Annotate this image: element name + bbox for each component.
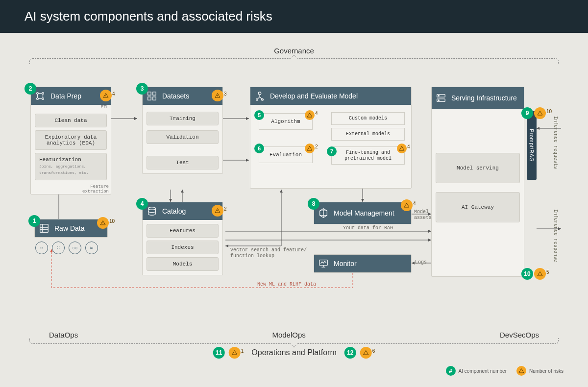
card-data-prep-head: Data Prep [31, 87, 111, 105]
card-monitor-title: Monitor [334, 260, 357, 267]
card-monitor: Monitor [314, 254, 412, 273]
pill-models: Models [147, 257, 219, 271]
catalog-icon [147, 206, 157, 217]
mini-external-models: External models [331, 128, 405, 141]
governance-bracket [29, 58, 559, 64]
card-develop-head: Develop and Evaluate Model [250, 87, 411, 105]
svg-point-6 [37, 93, 39, 95]
svg-point-15 [106, 97, 106, 97]
badge-component-12: 12 [344, 347, 356, 359]
pill-indexes: Indexes [147, 241, 219, 254]
governance-label: Governance [274, 47, 314, 55]
raw-data-icon [39, 223, 49, 234]
pill-training: Training [147, 112, 219, 125]
pill-validation: Validation [147, 130, 219, 144]
legend-risks: Number of risks [516, 366, 564, 376]
source-icon-4: ≋ [85, 242, 98, 254]
svg-point-8 [37, 98, 39, 100]
badge-component-3: 3 [136, 83, 148, 95]
card-datasets-title: Datasets [162, 92, 189, 100]
badge-component-2: 2 [24, 83, 36, 95]
svg-point-37 [439, 100, 440, 101]
pill-test: Test [147, 156, 219, 169]
pill-eda: Exploratory data analytics (EDA) [35, 130, 107, 150]
card-catalog: Catalog Features Indexes Models [142, 202, 223, 275]
badge-component-4: 4 [136, 198, 148, 210]
card-raw-data-title: Raw Data [54, 224, 84, 232]
badge-risk-catalog: 2 [212, 205, 227, 217]
badge-risk-prompt-rag: 10 [534, 107, 552, 119]
card-model-mgmt-title: Model Management [334, 209, 394, 217]
badge-component-7: 7 [327, 146, 337, 156]
card-raw-data-head: Raw Data [35, 219, 107, 237]
data-prep-icon [35, 91, 46, 101]
svg-point-22 [148, 207, 156, 210]
card-serving: Serving Infrastructure Model serving AI … [431, 87, 524, 277]
pill-ai-gateway: AI Gateway [436, 192, 520, 222]
serving-icon [436, 93, 446, 103]
develop-icon [254, 91, 265, 101]
label-inference-requests: Inference requests [553, 116, 558, 169]
mini-finetune: Fine-tuning and pretrained model [331, 146, 405, 165]
svg-point-7 [42, 93, 44, 95]
card-catalog-head: Catalog [143, 202, 222, 220]
etl-label: ETL [31, 105, 111, 110]
svg-rect-16 [148, 92, 151, 95]
label-ops-platform: Operations and Platform [251, 348, 336, 357]
diagram-canvas: Governance [0, 33, 588, 386]
raw-data-source-icons: ◦◦ ∷ ○○ ≋ [35, 242, 98, 254]
badge-risk-datasets: 3 [212, 90, 227, 101]
badge-component-6: 6 [254, 144, 264, 153]
card-monitor-head: Monitor [314, 255, 411, 272]
monitor-icon [318, 258, 329, 269]
page-title: AI system components and associated risk… [24, 9, 272, 24]
pill-model-serving: Model serving [436, 153, 520, 183]
svg-point-21 [218, 97, 218, 97]
ops-platform-row: 11 1 Operations and Platform 12 6 [213, 347, 375, 359]
source-icon-1: ◦◦ [35, 242, 48, 254]
card-datasets: Datasets Training Validation Test [142, 87, 223, 174]
badge-risk-raw-data: 10 [97, 217, 115, 229]
badge-component-5: 5 [254, 110, 264, 120]
mini-algorithm-title: Algorithm [259, 114, 312, 129]
source-icon-3: ○○ [69, 242, 81, 254]
label-new-ml-rlhf: New ML and RLHF data [257, 282, 316, 288]
source-icon-2: ∷ [52, 242, 65, 254]
card-serving-head: Serving Infrastructure [432, 87, 524, 109]
badge-risk-11: 1 [229, 347, 244, 359]
label-logs: Logs [415, 260, 427, 266]
svg-point-9 [42, 98, 44, 100]
badge-risk-algorithm: 4 [305, 110, 318, 120]
svg-rect-17 [153, 92, 156, 95]
label-your-data-rag: Your data for RAG [343, 225, 393, 231]
svg-rect-0 [40, 224, 49, 233]
badge-risk-12: 6 [360, 347, 375, 359]
svg-point-24 [218, 212, 218, 212]
page-header: AI system components and associated risk… [0, 0, 588, 33]
pill-featurization: Featurization Joins, aggregations, trans… [35, 153, 107, 180]
svg-point-5 [103, 224, 103, 224]
badge-risk-model-mgmt: 4 [401, 199, 416, 211]
mini-evaluation-title: Evaluation [259, 147, 312, 163]
pill-clean-data: Clean data [35, 114, 107, 127]
svg-point-36 [439, 96, 440, 97]
badge-risk-data-prep: 4 [100, 90, 115, 101]
label-inference-response: Inference response [553, 209, 558, 262]
card-develop-title: Develop and Evaluate Model [270, 92, 358, 100]
svg-point-29 [256, 99, 258, 101]
card-model-mgmt-head: Model Management [314, 202, 411, 224]
feature-extraction-label: Feature extraction [31, 184, 111, 194]
badge-component-11: 11 [213, 347, 225, 359]
badge-component-10: 10 [521, 268, 533, 280]
card-serving-title: Serving Infrastructure [451, 94, 517, 102]
ops-bracket [29, 338, 559, 344]
card-datasets-head: Datasets [143, 87, 222, 105]
legend-component: # AI component number [446, 366, 507, 376]
label-model-assets: Model assets [414, 209, 432, 221]
card-data-prep-title: Data Prep [50, 92, 81, 100]
prompt-rag-bar: Prompt/RAG [527, 111, 537, 180]
legend: # AI component number Number of risks [446, 366, 564, 376]
card-data-prep: Data Prep ETL Clean data Exploratory dat… [30, 87, 111, 194]
badge-risk-finetune: 4 [397, 144, 410, 153]
mini-custom-models: Custom models [331, 112, 405, 125]
